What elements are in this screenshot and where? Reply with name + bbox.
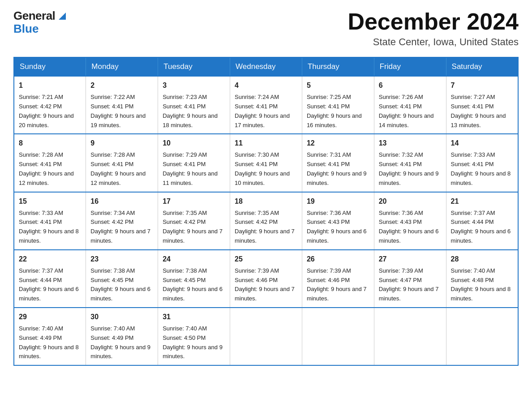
day-number: 5 <box>307 80 369 91</box>
location-title: State Center, Iowa, United States <box>348 36 519 48</box>
logo-general-text: General <box>13 9 55 23</box>
day-number: 30 <box>90 312 153 322</box>
calendar-week-row: 22 Sunrise: 7:37 AMSunset: 4:44 PMDaylig… <box>14 250 518 308</box>
calendar-day-cell: 24 Sunrise: 7:38 AMSunset: 4:45 PMDaylig… <box>158 250 230 308</box>
day-number: 8 <box>19 138 81 149</box>
title-block: December 2024 State Center, Iowa, United… <box>348 9 519 48</box>
calendar-week-row: 15 Sunrise: 7:33 AMSunset: 4:41 PMDaylig… <box>14 192 518 250</box>
day-number: 3 <box>163 80 225 91</box>
day-info: Sunrise: 7:34 AMSunset: 4:42 PMDaylight:… <box>90 210 150 244</box>
calendar-day-cell: 17 Sunrise: 7:35 AMSunset: 4:42 PMDaylig… <box>158 192 230 250</box>
day-info: Sunrise: 7:32 AMSunset: 4:41 PMDaylight:… <box>379 151 439 186</box>
calendar-day-cell: 20 Sunrise: 7:36 AMSunset: 4:43 PMDaylig… <box>374 192 446 250</box>
day-number: 10 <box>163 138 225 149</box>
day-info: Sunrise: 7:21 AMSunset: 4:42 PMDaylight:… <box>19 94 74 128</box>
day-number: 20 <box>379 196 442 207</box>
day-info: Sunrise: 7:28 AMSunset: 4:41 PMDaylight:… <box>90 151 146 186</box>
day-number: 12 <box>307 138 369 149</box>
day-info: Sunrise: 7:23 AMSunset: 4:41 PMDaylight:… <box>163 94 218 128</box>
calendar-day-cell: 8 Sunrise: 7:28 AMSunset: 4:41 PMDayligh… <box>14 134 86 192</box>
calendar-day-cell: 19 Sunrise: 7:36 AMSunset: 4:43 PMDaylig… <box>302 192 374 250</box>
calendar-day-cell: 18 Sunrise: 7:35 AMSunset: 4:42 PMDaylig… <box>230 192 302 250</box>
calendar-day-cell <box>302 308 374 365</box>
day-info: Sunrise: 7:40 AMSunset: 4:48 PMDaylight:… <box>451 267 511 302</box>
day-number: 28 <box>451 254 513 265</box>
day-info: Sunrise: 7:37 AMSunset: 4:44 PMDaylight:… <box>451 210 511 244</box>
calendar-day-cell: 29 Sunrise: 7:40 AMSunset: 4:49 PMDaylig… <box>14 308 86 365</box>
col-sunday: Sunday <box>14 57 86 76</box>
day-number: 22 <box>19 254 81 265</box>
day-number: 27 <box>379 254 442 265</box>
day-info: Sunrise: 7:25 AMSunset: 4:41 PMDaylight:… <box>307 94 362 128</box>
calendar-week-row: 29 Sunrise: 7:40 AMSunset: 4:49 PMDaylig… <box>14 308 518 365</box>
calendar-day-cell: 14 Sunrise: 7:33 AMSunset: 4:41 PMDaylig… <box>446 134 518 192</box>
calendar-day-cell: 7 Sunrise: 7:27 AMSunset: 4:41 PMDayligh… <box>446 76 518 134</box>
calendar-day-cell: 6 Sunrise: 7:26 AMSunset: 4:41 PMDayligh… <box>374 76 446 134</box>
calendar-week-row: 8 Sunrise: 7:28 AMSunset: 4:41 PMDayligh… <box>14 134 518 192</box>
calendar-day-cell: 5 Sunrise: 7:25 AMSunset: 4:41 PMDayligh… <box>302 76 374 134</box>
calendar-day-cell: 30 Sunrise: 7:40 AMSunset: 4:49 PMDaylig… <box>86 308 158 365</box>
day-info: Sunrise: 7:28 AMSunset: 4:41 PMDaylight:… <box>19 151 74 186</box>
calendar-day-cell: 22 Sunrise: 7:37 AMSunset: 4:44 PMDaylig… <box>14 250 86 308</box>
day-info: Sunrise: 7:30 AMSunset: 4:41 PMDaylight:… <box>235 151 290 186</box>
col-thursday: Thursday <box>302 57 374 76</box>
day-number: 2 <box>90 80 153 91</box>
day-number: 24 <box>163 254 225 265</box>
calendar-day-cell <box>374 308 446 365</box>
day-number: 17 <box>163 196 225 207</box>
logo-blue-text: Blue <box>13 23 69 34</box>
day-info: Sunrise: 7:35 AMSunset: 4:42 PMDaylight:… <box>163 210 223 244</box>
logo: General Blue <box>13 9 69 34</box>
col-monday: Monday <box>86 57 158 76</box>
page-header: General Blue December 2024 State Center,… <box>13 9 519 48</box>
calendar-day-cell: 25 Sunrise: 7:39 AMSunset: 4:46 PMDaylig… <box>230 250 302 308</box>
day-number: 31 <box>163 312 225 322</box>
day-info: Sunrise: 7:27 AMSunset: 4:41 PMDaylight:… <box>451 94 506 128</box>
calendar-day-cell: 11 Sunrise: 7:30 AMSunset: 4:41 PMDaylig… <box>230 134 302 192</box>
day-info: Sunrise: 7:33 AMSunset: 4:41 PMDaylight:… <box>451 151 511 186</box>
day-number: 11 <box>235 138 297 149</box>
day-number: 9 <box>90 138 153 149</box>
day-number: 6 <box>379 80 442 91</box>
month-title: December 2024 <box>348 9 519 34</box>
calendar-day-cell: 26 Sunrise: 7:39 AMSunset: 4:46 PMDaylig… <box>302 250 374 308</box>
day-info: Sunrise: 7:40 AMSunset: 4:50 PMDaylight:… <box>163 325 223 360</box>
calendar-day-cell: 23 Sunrise: 7:38 AMSunset: 4:45 PMDaylig… <box>86 250 158 308</box>
day-info: Sunrise: 7:39 AMSunset: 4:46 PMDaylight:… <box>235 267 295 302</box>
calendar-day-cell: 2 Sunrise: 7:22 AMSunset: 4:41 PMDayligh… <box>86 76 158 134</box>
day-info: Sunrise: 7:29 AMSunset: 4:41 PMDaylight:… <box>163 151 218 186</box>
day-info: Sunrise: 7:22 AMSunset: 4:41 PMDaylight:… <box>90 94 146 128</box>
logo-icon <box>56 10 69 22</box>
day-number: 14 <box>451 138 513 149</box>
calendar-day-cell: 4 Sunrise: 7:24 AMSunset: 4:41 PMDayligh… <box>230 76 302 134</box>
calendar-header-row: Sunday Monday Tuesday Wednesday Thursday… <box>14 57 518 76</box>
calendar-day-cell <box>230 308 302 365</box>
calendar-day-cell: 3 Sunrise: 7:23 AMSunset: 4:41 PMDayligh… <box>158 76 230 134</box>
day-info: Sunrise: 7:40 AMSunset: 4:49 PMDaylight:… <box>90 325 150 360</box>
day-info: Sunrise: 7:38 AMSunset: 4:45 PMDaylight:… <box>90 267 150 302</box>
col-saturday: Saturday <box>446 57 518 76</box>
day-info: Sunrise: 7:26 AMSunset: 4:41 PMDaylight:… <box>379 94 434 128</box>
day-number: 23 <box>90 254 153 265</box>
calendar-table: Sunday Monday Tuesday Wednesday Thursday… <box>13 57 519 366</box>
calendar-day-cell: 31 Sunrise: 7:40 AMSunset: 4:50 PMDaylig… <box>158 308 230 365</box>
day-number: 13 <box>379 138 442 149</box>
calendar-day-cell: 10 Sunrise: 7:29 AMSunset: 4:41 PMDaylig… <box>158 134 230 192</box>
day-info: Sunrise: 7:40 AMSunset: 4:49 PMDaylight:… <box>19 325 79 360</box>
day-info: Sunrise: 7:35 AMSunset: 4:42 PMDaylight:… <box>235 210 295 244</box>
calendar-day-cell: 15 Sunrise: 7:33 AMSunset: 4:41 PMDaylig… <box>14 192 86 250</box>
day-number: 4 <box>235 80 297 91</box>
calendar-day-cell: 21 Sunrise: 7:37 AMSunset: 4:44 PMDaylig… <box>446 192 518 250</box>
day-number: 29 <box>19 312 81 322</box>
day-number: 19 <box>307 196 369 207</box>
calendar-day-cell: 1 Sunrise: 7:21 AMSunset: 4:42 PMDayligh… <box>14 76 86 134</box>
calendar-day-cell: 27 Sunrise: 7:39 AMSunset: 4:47 PMDaylig… <box>374 250 446 308</box>
calendar-day-cell: 13 Sunrise: 7:32 AMSunset: 4:41 PMDaylig… <box>374 134 446 192</box>
day-info: Sunrise: 7:38 AMSunset: 4:45 PMDaylight:… <box>163 267 223 302</box>
calendar-day-cell: 9 Sunrise: 7:28 AMSunset: 4:41 PMDayligh… <box>86 134 158 192</box>
day-info: Sunrise: 7:37 AMSunset: 4:44 PMDaylight:… <box>19 267 79 302</box>
col-wednesday: Wednesday <box>230 57 302 76</box>
calendar-week-row: 1 Sunrise: 7:21 AMSunset: 4:42 PMDayligh… <box>14 76 518 134</box>
day-number: 16 <box>90 196 153 207</box>
day-info: Sunrise: 7:39 AMSunset: 4:46 PMDaylight:… <box>307 267 367 302</box>
